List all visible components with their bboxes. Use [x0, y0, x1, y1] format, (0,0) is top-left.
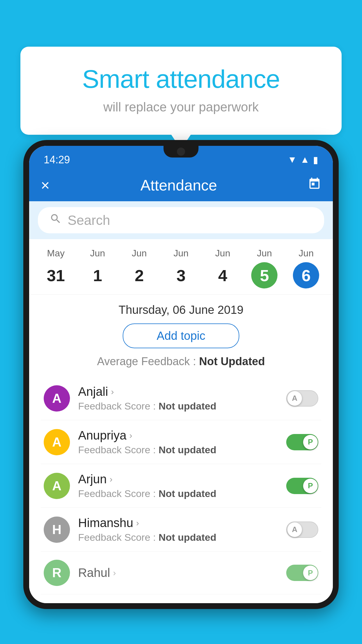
student-feedback-himanshu: Feedback Score : Not updated — [78, 532, 278, 543]
chevron-icon: › — [111, 387, 114, 397]
student-item-anupriya[interactable]: A Anupriya › Feedback Score : Not update… — [41, 420, 321, 464]
student-list: A Anjali › Feedback Score : Not updated — [41, 377, 321, 594]
chevron-icon: › — [136, 518, 139, 528]
student-item-himanshu[interactable]: H Himanshu › Feedback Score : Not update… — [41, 508, 321, 552]
search-placeholder: Search — [68, 212, 110, 228]
signal-icon: ▲ — [300, 154, 310, 165]
add-topic-button[interactable]: Add topic — [123, 323, 239, 348]
date-header: Thursday, 06 June 2019 — [41, 303, 321, 316]
student-feedback-anjali: Feedback Score : Not updated — [78, 400, 278, 412]
search-bar-container: Search — [29, 201, 333, 239]
close-button[interactable]: × — [41, 176, 50, 194]
wifi-icon: ▼ — [288, 154, 297, 165]
search-icon — [50, 213, 62, 228]
student-name-arjun: Arjun › — [78, 472, 278, 486]
app-bar-title: Attendance — [140, 176, 217, 194]
student-name-anupriya: Anupriya › — [78, 428, 278, 442]
avatar-himanshu: H — [44, 517, 70, 543]
avg-feedback: Average Feedback : Not Updated — [41, 355, 321, 368]
avatar-anjali: A — [44, 385, 70, 412]
speech-bubble: Smart attendance will replace your paper… — [20, 47, 342, 135]
search-bar[interactable]: Search — [38, 207, 324, 233]
bubble-subtitle: will replace your paperwork — [44, 100, 318, 114]
chevron-icon: › — [129, 430, 132, 440]
student-name-himanshu: Himanshu › — [78, 516, 278, 530]
chevron-icon: › — [110, 474, 113, 484]
phone-frame: 14:29 ▼ ▲ ▮ × Attendance — [23, 140, 339, 609]
bubble-title: Smart attendance — [44, 64, 318, 94]
student-item-anjali[interactable]: A Anjali › Feedback Score : Not updated — [41, 377, 321, 420]
student-item-arjun[interactable]: A Arjun › Feedback Score : Not updated — [41, 464, 321, 508]
calendar-day-may31[interactable]: May 31 — [43, 248, 69, 288]
content-area: Thursday, 06 June 2019 Add topic Average… — [29, 295, 333, 603]
calendar-day-jun6[interactable]: Jun 6 — [293, 248, 319, 288]
status-icons: ▼ ▲ ▮ — [288, 154, 318, 165]
status-time: 14:29 — [44, 154, 70, 166]
toggle-arjun[interactable]: P — [286, 478, 318, 494]
student-info-partial: Rahul › — [78, 566, 278, 580]
student-info-himanshu: Himanshu › Feedback Score : Not updated — [78, 516, 278, 543]
calendar-icon[interactable] — [308, 177, 321, 194]
phone-notch — [164, 146, 198, 158]
toggle-himanshu[interactable]: A — [286, 522, 318, 538]
avatar-anupriya: A — [44, 429, 70, 455]
calendar-day-jun5[interactable]: Jun 5 — [251, 248, 277, 288]
phone-camera — [177, 148, 185, 156]
avg-feedback-value: Not Updated — [199, 355, 265, 368]
student-info-arjun: Arjun › Feedback Score : Not updated — [78, 472, 278, 499]
student-feedback-arjun: Feedback Score : Not updated — [78, 488, 278, 499]
speech-bubble-container: Smart attendance will replace your paper… — [20, 47, 342, 135]
toggle-anupriya[interactable]: P — [286, 434, 318, 450]
battery-icon: ▮ — [313, 154, 318, 165]
phone-container: 14:29 ▼ ▲ ▮ × Attendance — [23, 140, 339, 644]
student-item-partial[interactable]: R Rahul › P — [41, 552, 321, 594]
avatar-partial: R — [44, 560, 70, 586]
student-name-partial: Rahul › — [78, 566, 278, 580]
student-feedback-anupriya: Feedback Score : Not updated — [78, 444, 278, 456]
toggle-anjali[interactable]: A — [286, 390, 318, 407]
calendar-day-jun4[interactable]: Jun 4 — [210, 248, 236, 288]
calendar-strip: May 31 Jun 1 Jun 2 Jun 3 Jun 4 — [29, 239, 333, 295]
phone-screen: 14:29 ▼ ▲ ▮ × Attendance — [29, 146, 333, 603]
student-name-anjali: Anjali › — [78, 385, 278, 399]
avg-feedback-label: Average Feedback : — [97, 355, 199, 368]
avatar-arjun: A — [44, 473, 70, 499]
calendar-day-jun3[interactable]: Jun 3 — [168, 248, 194, 288]
app-bar: × Attendance — [29, 169, 333, 201]
calendar-day-jun2[interactable]: Jun 2 — [126, 248, 152, 288]
toggle-partial[interactable]: P — [286, 565, 318, 581]
student-info-anjali: Anjali › Feedback Score : Not updated — [78, 385, 278, 412]
calendar-day-jun1[interactable]: Jun 1 — [85, 248, 111, 288]
chevron-icon: › — [113, 568, 116, 578]
student-info-anupriya: Anupriya › Feedback Score : Not updated — [78, 428, 278, 456]
